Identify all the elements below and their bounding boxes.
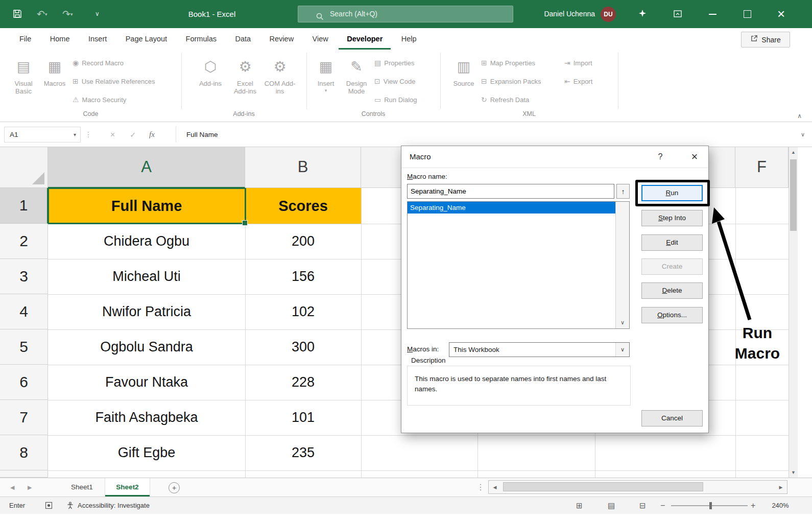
map-properties-button[interactable]: ⊞Map Properties [481,58,535,68]
search-box[interactable]: Search (Alt+Q) [298,6,513,22]
scroll-up-icon[interactable]: ▲ [789,147,798,157]
macros-button[interactable]: ▦Macros [41,54,68,88]
cell-A8[interactable]: Gift Egbe [48,435,245,470]
enter-entry-icon[interactable]: ✓ [130,122,136,147]
share-button[interactable]: Share [741,32,790,48]
tab-data[interactable]: Data [227,28,259,50]
macro-list-item-selected[interactable]: Separating_Name [408,202,618,214]
dialog-title-bar[interactable]: Macro ? × [401,146,708,168]
cell-B6[interactable]: 228 [245,365,361,400]
visual-basic-button[interactable]: ▤Visual Basic [8,54,39,96]
macro-record-icon[interactable] [45,502,53,511]
zoom-out-icon[interactable]: − [660,497,665,514]
cell-B7[interactable]: 101 [245,400,361,435]
cell-A2[interactable]: Chidera Ogbu [48,224,245,259]
source-button[interactable]: ▥Source [448,54,479,88]
save-icon[interactable] [12,9,22,21]
cell-B1[interactable]: Scores [245,188,361,224]
delete-button[interactable]: Delete [641,282,703,299]
sheet-nav-right-icon[interactable]: ▶ [28,478,32,496]
macro-name-input[interactable] [407,184,614,199]
view-code-button[interactable]: ⊡View Code [374,76,415,86]
cell-B2[interactable]: 200 [245,224,361,259]
scroll-down-icon[interactable]: ▼ [789,467,798,478]
macro-security-button[interactable]: ⚠Macro Security [73,94,126,105]
macros-in-dropdown[interactable]: This Workbook ∨ [449,342,630,357]
cell-A3[interactable]: Micheal Uti [48,259,245,294]
tab-view[interactable]: View [304,28,337,50]
expansion-packs-button[interactable]: ⊟Expansion Packs [481,76,541,86]
zoom-slider-thumb[interactable] [709,502,712,509]
cell-B5[interactable]: 300 [245,329,361,365]
minimize-button[interactable] [709,14,717,15]
page-break-view-icon[interactable]: ⊟ [639,497,646,514]
row-header-2[interactable]: 2 [0,224,48,259]
scrollbar-thumb[interactable] [503,482,703,491]
tab-insert[interactable]: Insert [80,28,115,50]
cancel-entry-icon[interactable]: × [110,122,115,147]
undo-button[interactable]: ↶▾ [37,0,47,29]
sheet-nav-left-icon[interactable]: ◀ [10,478,14,496]
column-header-B[interactable]: B [245,147,361,188]
sheet-tab-sheet1[interactable]: Sheet1 [59,478,105,496]
horizontal-scrollbar[interactable]: ◀ ▶ [488,480,787,494]
close-icon[interactable]: × [686,146,703,168]
collapse-ribbon-icon[interactable]: ∧ [797,112,802,120]
cell-A5[interactable]: Ogbolu Sandra [48,329,245,365]
scroll-down-icon[interactable]: ∨ [616,316,629,328]
name-box[interactable]: A1 ▾ [4,127,81,143]
maximize-button[interactable] [744,10,751,18]
redo-button[interactable]: ↷▾ [62,0,73,29]
vertical-scrollbar[interactable]: ▲ ▼ [789,147,798,478]
run-dialog-button[interactable]: ▭Run Dialog [374,94,417,105]
row-header-5[interactable]: 5 [0,329,48,365]
close-icon[interactable]: × [777,0,785,28]
help-icon[interactable]: ? [653,146,668,168]
page-layout-view-icon[interactable]: ▤ [608,497,615,514]
ribbon-display-options-icon[interactable] [673,9,682,20]
cell-A4[interactable]: Nwifor Patricia [48,294,245,329]
row-header-8[interactable]: 8 [0,435,48,470]
formula-content[interactable]: Full Name [186,122,218,147]
scrollbar-thumb[interactable] [790,159,797,231]
fill-handle[interactable] [242,220,248,226]
step-into-button[interactable]: Step Into [641,210,703,226]
record-macro-button[interactable]: ◉Record Macro [73,58,124,68]
row-header-6[interactable]: 6 [0,365,48,400]
zoom-level[interactable]: 240% [762,497,799,514]
tab-splitter-icon[interactable]: ⋮ [476,478,485,496]
tab-formulas[interactable]: Formulas [178,28,225,50]
create-button[interactable]: Create [641,258,703,275]
zoom-in-icon[interactable]: + [751,497,755,514]
use-relative-references-button[interactable]: ⊞Use Relative References [73,76,155,86]
customize-quick-access-toolbar-button[interactable]: ∨ [95,0,100,28]
insert-function-icon[interactable]: fx [149,122,155,147]
cell-B3[interactable]: 156 [245,259,361,294]
design-mode-button[interactable]: ✎Design Mode [341,54,372,96]
tab-page-layout[interactable]: Page Layout [117,28,175,50]
edit-button[interactable]: Edit [641,234,703,251]
insert-control-button[interactable]: ▦Insert▾ [313,54,339,93]
tab-home[interactable]: Home [42,28,78,50]
scroll-up-button[interactable]: ↑ [616,184,630,199]
chevron-down-icon[interactable]: ∨ [615,343,629,357]
avatar[interactable]: DU [601,7,616,22]
normal-view-icon[interactable]: ⊞ [576,497,583,514]
new-sheet-button[interactable]: + [169,482,180,493]
drag-handle-icon[interactable]: ⋮ [85,122,92,147]
tab-review[interactable]: Review [261,28,302,50]
add-ins-button[interactable]: ⬡Add-ins [196,54,225,88]
column-header-A[interactable]: A [48,147,245,188]
row-header-3[interactable]: 3 [0,259,48,294]
refresh-data-button[interactable]: ↻Refresh Data [481,94,529,105]
user-name[interactable]: Daniel Uchenna [529,0,595,28]
row-header-9-partial[interactable] [0,470,48,478]
row-header-1[interactable]: 1 [0,188,48,224]
accessibility-status[interactable]: Accessibility: Investigate [78,497,150,514]
com-add-ins-button[interactable]: ⚙COM Add-ins [264,54,296,96]
expand-formula-bar-icon[interactable]: ∨ [801,122,805,147]
scroll-left-icon[interactable]: ◀ [489,481,501,493]
options-button[interactable]: Options... [641,307,703,323]
select-all-button[interactable] [0,147,48,188]
column-header-F[interactable]: F [735,147,789,188]
